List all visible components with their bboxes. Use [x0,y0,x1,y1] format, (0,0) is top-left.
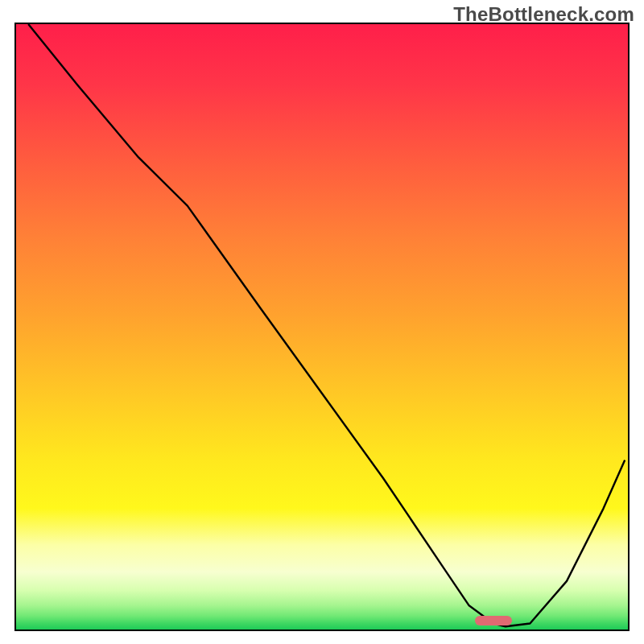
bottleneck-curve-path [28,24,625,626]
curve-layer [16,24,628,630]
optimal-marker [475,616,512,625]
chart-stage: TheBottleneck.com [0,0,644,644]
plot-area [14,23,630,631]
